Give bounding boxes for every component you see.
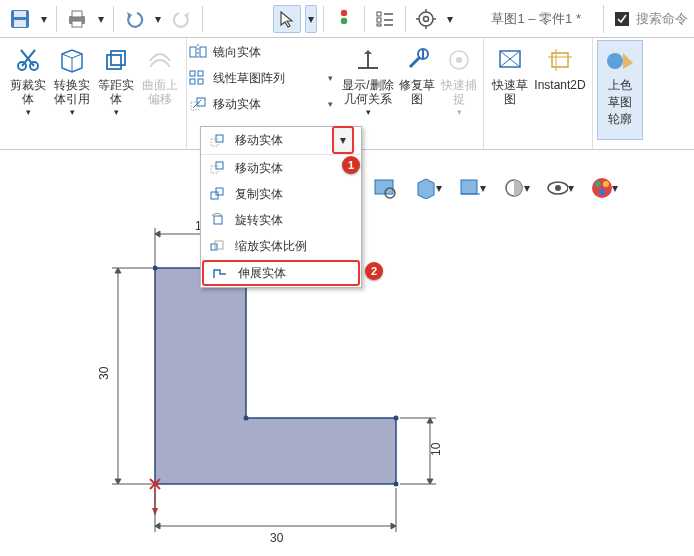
svg-rect-36	[198, 79, 203, 84]
print-dropdown[interactable]: ▾	[95, 5, 107, 33]
dim-right[interactable]: 10	[429, 442, 443, 456]
svg-rect-62	[375, 180, 393, 194]
annotation-1: 1	[342, 156, 360, 174]
doc-title: 草图1 – 零件1 *	[491, 10, 581, 28]
svg-point-15	[424, 16, 429, 21]
instant2d-button[interactable]: Instant2D	[532, 42, 588, 132]
trim-button[interactable]: 剪裁实体▾	[6, 42, 50, 132]
svg-point-75	[244, 416, 249, 421]
menu-rotate[interactable]: 旋转实体	[201, 207, 361, 233]
svg-rect-28	[107, 55, 121, 69]
menu-extend[interactable]: 伸展实体	[202, 260, 360, 286]
svg-rect-35	[190, 79, 195, 84]
snap-button: 快速捕捉▾	[439, 42, 479, 132]
offset-button[interactable]: 等距实体▾	[94, 42, 138, 132]
svg-rect-49	[552, 53, 568, 67]
section-icon[interactable]: ▾	[502, 174, 530, 202]
print-icon[interactable]	[63, 5, 91, 33]
svg-rect-8	[377, 12, 381, 16]
svg-point-76	[394, 416, 399, 421]
svg-rect-1	[14, 11, 26, 17]
svg-rect-30	[190, 47, 196, 57]
search-box[interactable]: 搜索命令	[603, 5, 688, 33]
svg-point-45	[456, 57, 462, 63]
mirror-button[interactable]: 镜向实体	[189, 42, 333, 62]
save-icon[interactable]	[6, 5, 34, 33]
search-placeholder: 搜索命令	[636, 10, 688, 28]
select-icon[interactable]	[273, 5, 301, 33]
svg-rect-33	[190, 71, 195, 76]
undo-icon[interactable]	[120, 5, 148, 33]
svg-line-26	[72, 54, 82, 58]
menu-move[interactable]: 移动实体	[201, 155, 361, 181]
svg-rect-10	[377, 24, 381, 26]
svg-rect-64	[461, 180, 477, 194]
convert-button[interactable]: 转换实体引用▾	[50, 42, 94, 132]
svg-point-6	[341, 9, 347, 15]
svg-point-71	[603, 181, 609, 187]
svg-point-7	[341, 17, 347, 23]
linear-pattern-button[interactable]: 线性草图阵列▾	[189, 68, 333, 88]
menu-copy[interactable]: 复制实体	[201, 181, 361, 207]
undo-dropdown[interactable]: ▾	[152, 5, 164, 33]
surface-offset-button: 曲面上偏移	[138, 42, 182, 132]
options-dropdown[interactable]: ▾	[444, 5, 456, 33]
svg-point-70	[595, 181, 601, 187]
dim-bottom[interactable]: 30	[270, 531, 284, 545]
annotation-2: 2	[365, 262, 383, 280]
svg-point-14	[419, 12, 433, 26]
svg-rect-9	[377, 18, 381, 22]
svg-rect-4	[72, 11, 82, 17]
svg-rect-20	[615, 12, 629, 26]
svg-point-72	[599, 189, 605, 195]
menu-scale[interactable]: 缩放实体比例	[201, 233, 361, 259]
zoom-fit-icon[interactable]	[370, 174, 398, 202]
svg-rect-29	[111, 51, 125, 65]
svg-point-52	[607, 53, 623, 69]
svg-rect-2	[14, 20, 26, 27]
display-style-icon[interactable]: ▾	[458, 174, 486, 202]
svg-rect-59	[214, 216, 222, 224]
svg-rect-34	[198, 71, 203, 76]
hide-show-icon[interactable]: ▾	[546, 174, 574, 202]
rapid-sketch-button[interactable]: 快速草图	[488, 42, 532, 132]
save-dropdown[interactable]: ▾	[38, 5, 50, 33]
svg-point-68	[555, 185, 561, 191]
dim-left[interactable]: 30	[97, 366, 111, 380]
repair-button[interactable]: 修复草图	[395, 42, 439, 132]
svg-rect-5	[72, 21, 82, 27]
view-orient-icon[interactable]: ▾	[414, 174, 442, 202]
svg-point-73	[153, 266, 158, 271]
svg-point-77	[394, 482, 399, 487]
appearance-icon[interactable]: ▾	[590, 174, 618, 202]
shade-contour-button[interactable]: 上色草图轮廓	[597, 40, 643, 140]
list-icon[interactable]	[371, 5, 399, 33]
move-split-arrow[interactable]: ▾	[332, 126, 354, 154]
options-icon[interactable]	[412, 5, 440, 33]
move-button[interactable]: 移动实体▾	[189, 94, 333, 114]
traffic-icon[interactable]	[330, 5, 358, 33]
display-relations-button[interactable]: 显示/删除几何关系▾	[341, 42, 395, 132]
svg-rect-61	[215, 241, 223, 249]
svg-line-25	[62, 54, 72, 58]
select-dropdown[interactable]: ▾	[305, 5, 317, 33]
redo-icon[interactable]	[168, 5, 196, 33]
svg-rect-31	[200, 47, 206, 57]
